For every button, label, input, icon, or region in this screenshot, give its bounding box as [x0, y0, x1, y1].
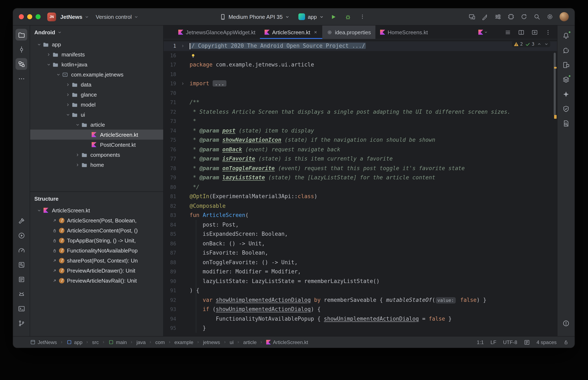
project-tree-item-data[interactable]: data	[30, 79, 163, 90]
chevron-down-icon[interactable]	[36, 42, 42, 47]
breadcrumb-ui[interactable]: ui	[230, 339, 234, 345]
editor-list-icon[interactable]	[503, 27, 513, 37]
breadcrumb-java[interactable]: java	[136, 339, 146, 345]
warning-stripe-mark[interactable]	[554, 115, 557, 119]
more-tools-icon[interactable]	[16, 73, 27, 84]
chevron-down-icon[interactable]	[65, 112, 71, 117]
filter-sliders-icon[interactable]	[495, 13, 501, 20]
project-tree-item-com.example.jetnews[interactable]: com.example.jetnews	[30, 69, 163, 79]
project-folder-icon[interactable]	[16, 29, 27, 40]
breadcrumb-example[interactable]: example	[175, 339, 194, 345]
breadcrumb-main[interactable]: main	[108, 339, 127, 345]
project-tree-item-ui[interactable]: ui	[30, 110, 163, 120]
structure-icon[interactable]	[16, 58, 27, 70]
fold-marker-icon[interactable]	[179, 79, 187, 88]
minimize-window-button[interactable]	[27, 14, 32, 19]
breadcrumb-src[interactable]: src	[92, 339, 99, 345]
project-tree-item-home[interactable]: home	[30, 160, 163, 170]
tab-ArticleScreen.kt[interactable]: ArticleScreen.kt	[260, 25, 322, 39]
device-explorer-icon[interactable]	[560, 59, 572, 71]
user-avatar[interactable]	[560, 12, 569, 21]
reader-mode-icon[interactable]	[524, 339, 530, 345]
breadcrumb-article[interactable]: article	[243, 339, 257, 345]
chevron-down-icon[interactable]	[46, 62, 52, 67]
breadcrumb-app[interactable]: app	[66, 339, 82, 345]
tab-JetnewsGlanceAppWidget.kt[interactable]: JetnewsGlanceAppWidget.kt	[174, 25, 260, 39]
next-problem-icon[interactable]	[544, 42, 549, 46]
chevron-right-icon[interactable]	[65, 92, 71, 97]
vcs-widget[interactable]: Version control	[96, 14, 139, 20]
ai-assistant-icon[interactable]	[482, 13, 488, 20]
breadcrumb-JetNews[interactable]: JetNews	[30, 339, 57, 345]
encoding-widget[interactable]: UTF-8	[503, 339, 517, 345]
logcat-icon[interactable]	[16, 273, 27, 285]
commit-icon[interactable]	[16, 43, 27, 55]
split-editor-icon[interactable]	[516, 27, 526, 37]
run-configuration[interactable]: app	[299, 13, 324, 20]
zoom-window-button[interactable]	[36, 14, 41, 19]
device-manager-icon[interactable]	[16, 288, 27, 300]
chevron-right-icon[interactable]	[75, 152, 81, 157]
app-inspection-icon[interactable]	[16, 259, 27, 270]
structure-item[interactable]: fFunctionalityNotAvailablePop	[30, 245, 163, 255]
project-tree-item-PostContent.kt[interactable]: PostContent.kt	[30, 140, 163, 150]
code-editor[interactable]: 1/ Copyright 2020 The Android Open Sourc…	[164, 39, 557, 336]
project-tree-item-manifests[interactable]: manifests	[30, 49, 163, 59]
project-view-header[interactable]: Android	[30, 25, 163, 39]
structure-item[interactable]: fArticleScreenContent(Post, ()	[30, 225, 163, 235]
project-tree-item-kotlin+java[interactable]: kotlin+java	[30, 59, 163, 69]
structure-item[interactable]: fsharePost(Post, Context): Un	[30, 255, 163, 266]
unlock-icon[interactable]	[563, 340, 569, 345]
project-tree-item-glance[interactable]: glance	[30, 90, 163, 99]
more-actions-kebab-icon[interactable]	[357, 11, 368, 22]
tab-idea.properties[interactable]: idea.properties	[323, 25, 376, 39]
breadcrumb-jetnews[interactable]: jetnews	[203, 339, 220, 345]
warning-stripe-mark[interactable]	[554, 67, 557, 69]
app-quality-insights-icon[interactable]	[560, 103, 572, 114]
line-separator-widget[interactable]: LF	[490, 339, 496, 345]
sync-settings-icon[interactable]	[521, 13, 527, 20]
chevron-right-icon[interactable]	[65, 102, 71, 107]
device-selector[interactable]: Medium Phone API 35	[220, 14, 290, 20]
structure-header[interactable]: Structure	[30, 191, 163, 205]
chevron-down-icon[interactable]	[36, 208, 42, 212]
profiler-icon[interactable]	[16, 244, 27, 256]
search-everywhere-icon[interactable]	[534, 13, 540, 20]
editor-scrollbar[interactable]	[554, 53, 556, 115]
breadcrumb-ArticleScreen.kt[interactable]: ArticleScreen.kt	[266, 339, 308, 345]
chevron-down-icon[interactable]	[75, 122, 81, 127]
caret-position-widget[interactable]: 1:1	[477, 339, 484, 345]
run-button[interactable]	[328, 11, 339, 22]
chevron-right-icon[interactable]	[46, 52, 52, 57]
structure-item[interactable]: fPreviewArticleDrawer(): Unit	[30, 266, 163, 275]
version-control-icon[interactable]	[16, 317, 27, 329]
close-tab-icon[interactable]	[314, 30, 318, 34]
chevron-right-icon[interactable]	[75, 162, 81, 167]
project-tree-item-app[interactable]: app	[30, 39, 163, 49]
prev-problem-icon[interactable]	[537, 42, 542, 46]
close-window-button[interactable]	[19, 14, 24, 19]
tab-HomeScreens.kt[interactable]: HomeScreens.kt	[376, 25, 432, 39]
gradle-icon[interactable]	[560, 44, 572, 56]
editor-menu-icon[interactable]	[543, 27, 553, 37]
inspections-widget[interactable]: 2 3	[512, 41, 550, 47]
project-tree-item-model[interactable]: model	[30, 99, 163, 110]
project-widget[interactable]: JetNews	[60, 14, 89, 20]
plugins-icon[interactable]	[508, 13, 514, 20]
device-mirroring-icon[interactable]	[469, 13, 475, 20]
debug-button[interactable]	[342, 11, 353, 22]
find-usages-icon[interactable]	[560, 117, 572, 129]
structure-item[interactable]: fPreviewArticleNavRail(): Unit	[30, 275, 163, 285]
fold-marker-icon[interactable]	[179, 41, 187, 51]
problems-icon[interactable]	[560, 317, 572, 329]
build-icon[interactable]	[16, 215, 27, 227]
breadcrumb-com[interactable]: com	[155, 339, 165, 345]
terminal-icon[interactable]	[16, 303, 27, 314]
notifications-icon[interactable]	[560, 30, 572, 41]
hidden-tabs-icon[interactable]	[476, 27, 490, 37]
chevron-right-icon[interactable]	[65, 82, 71, 87]
intention-bulb-icon[interactable]	[190, 53, 196, 58]
chevron-down-icon[interactable]	[55, 72, 61, 77]
project-tree-item-components[interactable]: components	[30, 150, 163, 160]
resource-manager-icon[interactable]	[560, 74, 572, 85]
